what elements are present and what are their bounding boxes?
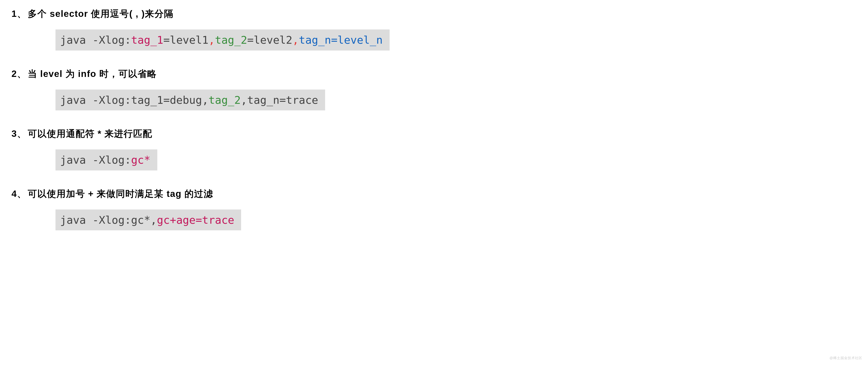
item-number: 1、 [11,9,27,19]
code-token: java -Xlog:gc*, [60,214,157,226]
list-item: 4、可以使用加号 + 来做同时满足某 tag 的过滤java -Xlog:gc*… [11,188,857,231]
item-heading: 4、可以使用加号 + 来做同时满足某 tag 的过滤 [11,188,857,200]
code-token: , [208,34,215,46]
item-title: 多个 selector 使用逗号( , )来分隔 [28,9,174,19]
item-number: 3、 [11,128,27,139]
item-number: 4、 [11,189,27,199]
code-token: java -Xlog:tag_1=debug, [60,94,208,106]
item-number: 2、 [11,69,27,79]
code-token: , [292,34,299,46]
item-title: 可以使用加号 + 来做同时满足某 tag 的过滤 [28,189,213,199]
code-token: = [331,34,338,46]
code-token: tag_2 [208,94,241,106]
code-token: =level2 [247,34,292,46]
code-block: java -Xlog:tag_1=debug,tag_2,tag_n=trace [56,90,325,111]
code-token: gc* [131,154,150,166]
code-token: java -Xlog: [60,154,131,166]
item-heading: 2、当 level 为 info 时，可以省略 [11,68,857,80]
item-title: 当 level 为 info 时，可以省略 [28,69,157,79]
code-block: java -Xlog:gc*,gc+age=trace [56,210,241,231]
code-token: gc+age=trace [157,214,235,226]
code-token: java -Xlog: [60,34,131,46]
item-heading: 1、多个 selector 使用逗号( , )来分隔 [11,8,857,20]
code-block: java -Xlog:gc* [56,149,157,171]
code-token: level_n [338,34,383,46]
code-token: tag_n [299,34,331,46]
list-item: 2、当 level 为 info 时，可以省略java -Xlog:tag_1=… [11,68,857,111]
code-token: tag_1 [131,34,163,46]
code-block: java -Xlog:tag_1=level1,tag_2=level2,tag… [56,29,390,51]
item-title: 可以使用通配符 * 来进行匹配 [28,128,152,139]
item-heading: 3、可以使用通配符 * 来进行匹配 [11,128,857,140]
code-token: tag_2 [215,34,247,46]
code-token: ,tag_n=trace [241,94,318,106]
code-token: =level1 [163,34,208,46]
list-item: 3、可以使用通配符 * 来进行匹配java -Xlog:gc* [11,128,857,171]
list-item: 1、多个 selector 使用逗号( , )来分隔java -Xlog:tag… [11,8,857,51]
